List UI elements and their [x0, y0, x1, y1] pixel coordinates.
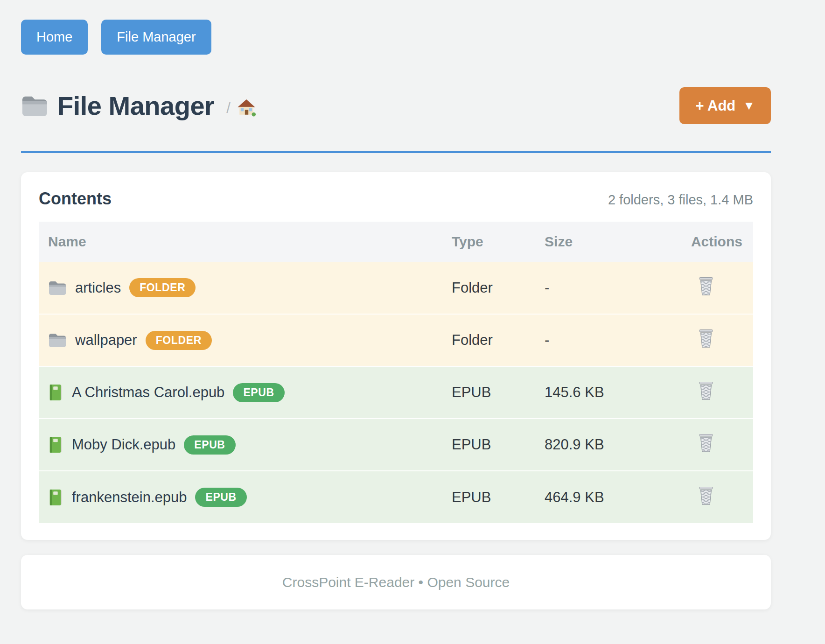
table-row: Moby Dick.epub EPUB EPUB 820.9 KB: [39, 419, 753, 471]
add-button[interactable]: + Add ▼: [679, 87, 771, 124]
delete-button[interactable]: [691, 276, 714, 296]
column-header-actions: Actions: [682, 222, 753, 262]
footer-text: CrossPoint E-Reader • Open Source: [282, 574, 510, 590]
epub-badge: EPUB: [184, 435, 235, 455]
entry-link[interactable]: articles FOLDER: [48, 278, 433, 297]
top-nav: Home File Manager: [21, 0, 771, 55]
footer: CrossPoint E-Reader • Open Source: [21, 555, 771, 609]
entry-size: 145.6 KB: [535, 366, 682, 419]
entry-size: 464.9 KB: [535, 471, 682, 523]
entry-link[interactable]: Moby Dick.epub EPUB: [48, 435, 433, 455]
column-header-size: Size: [535, 222, 682, 262]
entry-name: A Christmas Carol.epub: [72, 384, 224, 401]
page-header: File Manager / + Add ▼: [21, 87, 771, 124]
column-header-type: Type: [442, 222, 535, 262]
green-book-icon: [48, 436, 63, 454]
entry-size: 820.9 KB: [535, 419, 682, 471]
file-table-head: Name Type Size Actions: [39, 222, 753, 262]
epub-badge: EPUB: [233, 383, 284, 402]
entry-name: Moby Dick.epub: [72, 436, 175, 453]
add-button-label: + Add: [695, 98, 735, 114]
entry-name: frankenstein.epub: [72, 489, 187, 506]
delete-button[interactable]: [691, 381, 714, 400]
contents-title: Contents: [39, 189, 112, 209]
column-header-name: Name: [39, 222, 442, 262]
entry-link[interactable]: frankenstein.epub EPUB: [48, 488, 433, 507]
folder-badge: FOLDER: [146, 331, 212, 350]
entry-name: articles: [75, 280, 121, 296]
entry-size: -: [535, 262, 682, 314]
breadcrumb-separator: /: [226, 100, 231, 117]
entry-type: Folder: [442, 314, 535, 366]
table-row: A Christmas Carol.epub EPUB EPUB 145.6 K…: [39, 366, 753, 419]
folder-icon: [48, 280, 67, 296]
file-manager-button[interactable]: File Manager: [101, 20, 211, 55]
entry-type: EPUB: [442, 366, 535, 419]
entry-type: EPUB: [442, 471, 535, 523]
table-row: wallpaper FOLDER Folder -: [39, 314, 753, 366]
epub-badge: EPUB: [195, 488, 246, 507]
contents-summary: 2 folders, 3 files, 1.4 MB: [608, 192, 753, 208]
entry-link[interactable]: A Christmas Carol.epub EPUB: [48, 383, 433, 402]
header-rule: [21, 151, 771, 153]
delete-button[interactable]: [691, 329, 714, 348]
entry-type: EPUB: [442, 419, 535, 471]
entry-name: wallpaper: [75, 332, 137, 349]
green-book-icon: [48, 489, 63, 506]
page-container: Home File Manager File Manager / + Add ▼…: [21, 0, 771, 609]
delete-button[interactable]: [691, 433, 714, 453]
delete-button[interactable]: [691, 486, 714, 505]
home-button[interactable]: Home: [21, 20, 88, 55]
home-icon[interactable]: [237, 99, 256, 117]
green-book-icon: [48, 384, 63, 401]
title-group: File Manager /: [21, 91, 256, 121]
file-table-body: articles FOLDER Folder -: [39, 262, 753, 523]
trash-icon: [698, 329, 714, 348]
folder-icon: [48, 332, 67, 349]
table-row: articles FOLDER Folder -: [39, 262, 753, 314]
entry-size: -: [535, 314, 682, 366]
contents-card-header: Contents 2 folders, 3 files, 1.4 MB: [39, 189, 753, 209]
page-title: File Manager: [57, 91, 214, 121]
entry-link[interactable]: wallpaper FOLDER: [48, 331, 433, 350]
trash-icon: [698, 486, 714, 505]
trash-icon: [698, 433, 714, 453]
folder-icon: [21, 94, 48, 118]
file-table: Name Type Size Actions articles FOLDER: [39, 222, 753, 523]
trash-icon: [698, 276, 714, 296]
folder-badge: FOLDER: [129, 278, 196, 297]
contents-card: Contents 2 folders, 3 files, 1.4 MB Name…: [21, 172, 771, 540]
chevron-down-icon: ▼: [743, 98, 755, 113]
table-row: frankenstein.epub EPUB EPUB 464.9 KB: [39, 471, 753, 523]
entry-type: Folder: [442, 262, 535, 314]
trash-icon: [698, 381, 714, 400]
